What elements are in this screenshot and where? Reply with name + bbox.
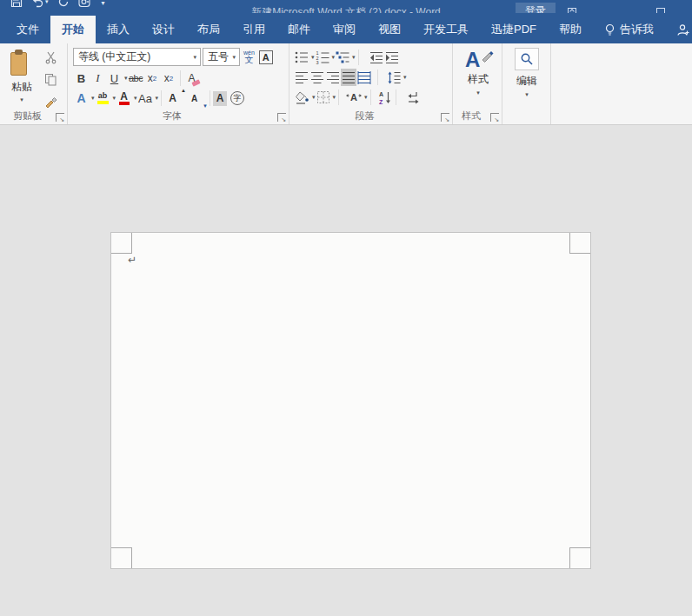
clipboard-group: 粘贴 ▾ 剪贴板 bbox=[0, 43, 68, 124]
copy-button[interactable] bbox=[42, 70, 59, 88]
share-button[interactable]: 共享 bbox=[665, 16, 692, 43]
styles-dropdown-icon[interactable]: ▾ bbox=[476, 89, 480, 96]
tell-me-box[interactable]: 告诉我 bbox=[593, 16, 665, 43]
show-hide-marks-button[interactable] bbox=[406, 89, 422, 106]
paragraph-dialog-launcher-icon[interactable] bbox=[441, 113, 449, 122]
paste-dropdown-icon[interactable]: ▾ bbox=[20, 96, 23, 103]
maximize-icon[interactable] bbox=[655, 5, 667, 13]
tab-mailings[interactable]: 邮件 bbox=[276, 16, 322, 43]
character-shading-button[interactable]: A bbox=[213, 91, 227, 106]
font-size-combo[interactable]: 五号 ▾ bbox=[203, 48, 240, 66]
divider bbox=[358, 50, 359, 65]
tab-view[interactable]: 视图 bbox=[367, 16, 412, 43]
align-right-button[interactable] bbox=[325, 69, 341, 86]
underline-button[interactable]: U bbox=[106, 70, 123, 87]
distribute-icon bbox=[357, 70, 371, 84]
undo-button[interactable]: ▾ bbox=[31, 0, 49, 8]
font-name-combo[interactable]: 等线 (中文正文) ▾ bbox=[73, 48, 201, 66]
tab-help[interactable]: 帮助 bbox=[548, 16, 593, 43]
grow-font-button[interactable]: A▲ bbox=[164, 89, 181, 107]
tab-references[interactable]: 引用 bbox=[231, 16, 276, 43]
styles-dialog-launcher-icon[interactable] bbox=[490, 113, 499, 122]
chevron-down-icon[interactable]: ▾ bbox=[193, 54, 196, 61]
shrink-font-button[interactable]: A▼ bbox=[186, 89, 203, 107]
bullets-button[interactable] bbox=[294, 49, 309, 66]
line-spacing-dropdown-icon[interactable]: ▾ bbox=[403, 74, 407, 81]
numbering-button[interactable]: 123 bbox=[315, 49, 330, 66]
line-spacing-button[interactable] bbox=[386, 69, 402, 86]
document-page[interactable]: ↵ bbox=[110, 232, 591, 569]
styles-brush-icon bbox=[479, 50, 495, 65]
customize-qat-icon[interactable]: ▼ bbox=[100, 0, 107, 6]
text-highlight-button[interactable]: ab bbox=[95, 89, 111, 107]
ribbon-display-options-icon[interactable] bbox=[566, 5, 578, 13]
justify-button[interactable] bbox=[341, 69, 356, 86]
borders-dropdown-icon[interactable]: ▾ bbox=[333, 94, 336, 101]
subscript-button[interactable]: x2 bbox=[144, 70, 161, 87]
align-center-icon bbox=[310, 70, 324, 84]
clipboard-group-label: 剪贴板 bbox=[0, 109, 55, 123]
svg-text:A: A bbox=[379, 91, 383, 97]
tab-home[interactable]: 开始 bbox=[50, 16, 96, 43]
increase-indent-button[interactable] bbox=[384, 49, 400, 66]
chevron-down-icon[interactable]: ▾ bbox=[232, 54, 236, 61]
format-painter-button[interactable] bbox=[42, 92, 59, 109]
tab-file[interactable]: 文件 bbox=[5, 16, 50, 43]
editing-dropdown-icon[interactable]: ▾ bbox=[525, 91, 529, 98]
document-area[interactable]: ↵ bbox=[0, 125, 692, 615]
superscript-button[interactable]: x2 bbox=[161, 70, 177, 87]
borders-button[interactable] bbox=[316, 89, 331, 106]
font-dialog-launcher-icon[interactable] bbox=[277, 113, 286, 122]
enclose-characters-button[interactable]: 字 bbox=[230, 91, 244, 105]
editing-button[interactable]: 编辑 ▾ bbox=[510, 48, 543, 98]
paste-button[interactable]: 粘贴 ▾ bbox=[5, 48, 38, 109]
change-case-dropdown-icon[interactable]: ▾ bbox=[156, 95, 159, 102]
styles-group-label: 样式 bbox=[453, 109, 489, 123]
svg-text:Z: Z bbox=[379, 99, 383, 105]
tab-layout[interactable]: 布局 bbox=[186, 16, 231, 43]
divider bbox=[161, 90, 162, 106]
change-case-button[interactable]: Aa bbox=[137, 89, 154, 107]
font-color-button[interactable]: A bbox=[116, 89, 132, 107]
distribute-button[interactable] bbox=[356, 69, 372, 86]
ribbon-tab-bar: 文件 开始 插入 设计 布局 引用 邮件 审阅 视图 开发工具 迅捷PDF 帮助… bbox=[0, 13, 692, 43]
multilevel-dropdown-icon[interactable]: ▾ bbox=[352, 54, 356, 61]
tab-review[interactable]: 审阅 bbox=[322, 16, 367, 43]
strikethrough-button[interactable]: abc bbox=[128, 70, 144, 87]
align-left-button[interactable] bbox=[294, 69, 309, 86]
multilevel-list-button[interactable] bbox=[335, 49, 350, 66]
align-center-button[interactable] bbox=[309, 69, 325, 86]
highlight-color-swatch bbox=[97, 101, 109, 104]
styles-button[interactable]: A 样式 ▾ bbox=[462, 48, 495, 96]
tab-insert[interactable]: 插入 bbox=[96, 16, 141, 43]
paragraph-group: ▾ 123 ▾ ▾ bbox=[289, 43, 453, 124]
scissors-icon bbox=[44, 51, 57, 64]
tab-pdf-addin[interactable]: 迅捷PDF bbox=[480, 16, 548, 43]
divider bbox=[338, 89, 339, 105]
quick-access-toolbar: ▾ ▼ bbox=[0, 0, 107, 8]
sort-button[interactable]: AZ bbox=[377, 89, 393, 106]
sign-in-button[interactable]: 登录 bbox=[516, 3, 556, 13]
font-group-label: 字体 bbox=[68, 109, 276, 123]
cut-button[interactable] bbox=[42, 49, 59, 66]
clear-formatting-button[interactable]: A bbox=[183, 70, 201, 87]
character-border-button[interactable]: A bbox=[259, 50, 273, 64]
decrease-indent-button[interactable] bbox=[369, 49, 384, 66]
asian-layout-button[interactable]: A bbox=[345, 89, 363, 106]
touch-mode-icon[interactable] bbox=[78, 0, 91, 8]
asian-layout-dropdown-icon[interactable]: ▾ bbox=[364, 94, 368, 101]
phonetic-guide-button[interactable]: wén 文 bbox=[243, 50, 255, 64]
save-icon[interactable] bbox=[10, 0, 23, 8]
bold-button[interactable]: B bbox=[73, 70, 90, 87]
format-painter-icon bbox=[44, 95, 57, 108]
shading-button[interactable] bbox=[294, 89, 310, 106]
undo-dropdown-icon[interactable]: ▾ bbox=[45, 0, 49, 5]
tab-developer[interactable]: 开发工具 bbox=[412, 16, 480, 43]
redo-icon[interactable] bbox=[57, 0, 70, 8]
text-effects-button[interactable]: A bbox=[73, 89, 90, 107]
tab-design[interactable]: 设计 bbox=[141, 16, 186, 43]
window-title: 新建Microsoft Word 文档 (2).docx - Word bbox=[251, 5, 441, 13]
minimize-icon[interactable] bbox=[611, 5, 623, 13]
clipboard-dialog-launcher-icon[interactable] bbox=[56, 113, 64, 122]
italic-button[interactable]: I bbox=[90, 70, 106, 87]
